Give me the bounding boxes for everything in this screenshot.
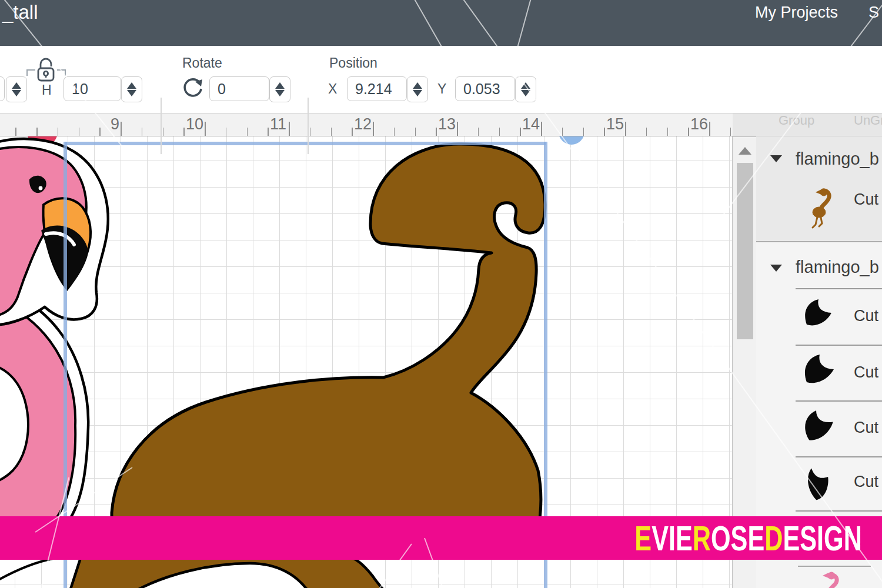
position-y-input[interactable] — [455, 76, 515, 101]
layer-cut-label[interactable]: Cut — [854, 419, 878, 437]
ruler-inch-tick — [205, 122, 206, 136]
toolbar-divider — [161, 98, 162, 154]
brand-banner: EVIEROSEDESIGN — [0, 516, 882, 560]
layers-panel: Layers Group — [756, 46, 882, 588]
row-divider — [796, 345, 882, 346]
scroll-up-arrow-icon[interactable] — [739, 147, 751, 155]
aspect-lock-icon[interactable] — [35, 56, 57, 82]
beak-shape-icon[interactable] — [803, 354, 844, 390]
ruler-tick — [436, 128, 437, 136]
blue-handle-disc[interactable] — [559, 136, 584, 145]
ruler-tick — [163, 128, 164, 136]
pink-flamingo-clipart[interactable] — [0, 139, 108, 581]
ruler-tick — [247, 128, 248, 136]
ruler-inch-tick — [625, 122, 626, 136]
ruler-tick — [268, 128, 269, 136]
app-window: 910111213141516 Layers Group — [0, 0, 882, 588]
ruler-inch-tick — [289, 122, 290, 136]
toolbar-divider — [308, 98, 309, 154]
ruler-inch-tick — [373, 122, 374, 136]
layer-group-2-name[interactable]: flamingo_b — [796, 258, 882, 277]
height-label: H — [42, 82, 52, 98]
brand-watermark: EVIEROSEDESIGN — [634, 517, 862, 559]
ruler-number: 16 — [690, 115, 708, 133]
ungroup-button[interactable]: UnGr — [854, 113, 882, 128]
position-y-stepper[interactable] — [515, 76, 536, 102]
position-label: Position — [329, 55, 377, 71]
ruler-inch-tick — [541, 122, 542, 136]
ruler-inch-tick — [709, 122, 710, 136]
ruler-tick — [310, 128, 311, 136]
brand-segment: ESIGN — [783, 518, 862, 559]
ruler-tick — [604, 128, 605, 136]
beak-shape-icon[interactable] — [803, 299, 844, 333]
lock-bracket-right — [57, 69, 66, 76]
row-divider — [796, 456, 882, 457]
row-divider — [796, 510, 882, 512]
ruler-tick — [58, 128, 59, 136]
ruler-tick — [331, 128, 332, 136]
ruler-tick — [183, 128, 185, 136]
collapse-triangle-icon[interactable] — [770, 265, 782, 272]
group-button[interactable]: Group — [779, 113, 814, 128]
layer-cut-label[interactable]: Cut — [854, 473, 878, 491]
ruler-tick — [415, 128, 416, 136]
ruler-tick — [583, 128, 584, 136]
ruler-tick — [499, 128, 500, 136]
ruler-inch-tick — [457, 122, 458, 136]
x-label: X — [328, 81, 337, 97]
save-link-partial[interactable]: S — [868, 4, 879, 22]
ruler-corner — [733, 113, 756, 137]
ruler-tick — [646, 128, 647, 136]
beak-shape-icon[interactable] — [806, 465, 844, 506]
layer-cut-label[interactable]: Cut — [854, 307, 878, 325]
position-x-input[interactable] — [347, 76, 407, 101]
ruler-tick — [394, 128, 395, 136]
y-label: Y — [437, 81, 446, 97]
ruler-number: 9 — [111, 115, 119, 133]
rotate-label: Rotate — [182, 55, 222, 71]
rotate-input[interactable] — [209, 76, 269, 101]
ruler-number: 13 — [438, 115, 456, 133]
height-stepper[interactable] — [121, 76, 142, 102]
ruler-tick — [688, 128, 689, 136]
beak-shape-icon[interactable] — [803, 409, 844, 447]
ruler-tick — [99, 128, 101, 136]
ruler-tick — [478, 128, 479, 136]
edit-toolbar: H Rotate Position X Y — [0, 46, 882, 113]
ruler: 910111213141516 — [0, 113, 733, 136]
ruler-number: 14 — [522, 115, 540, 133]
brand-segment: D — [764, 518, 783, 559]
lock-bracket-left — [26, 69, 35, 76]
rotate-stepper[interactable] — [269, 76, 290, 102]
ruler-tick — [79, 128, 80, 136]
ruler-tick — [352, 128, 353, 136]
position-x-stepper[interactable] — [407, 76, 428, 102]
scrollbar-thumb[interactable] — [737, 163, 753, 339]
layer-1-cut-label[interactable]: Cut — [854, 191, 878, 209]
ruler-number: 15 — [606, 115, 624, 133]
layer-group-1[interactable]: flamingo_b Cut — [756, 136, 882, 242]
flamingo-eye-highlight — [39, 186, 43, 191]
layer-cut-label[interactable]: Cut — [854, 363, 878, 382]
row-divider — [796, 400, 882, 402]
brand-segment: OSE — [711, 518, 764, 559]
flamingo-brown-icon[interactable] — [809, 187, 835, 232]
width-stepper[interactable] — [6, 76, 27, 102]
collapse-triangle-icon[interactable] — [770, 155, 782, 162]
top-header-bar: _tall My Projects S — [0, 0, 882, 46]
brand-segment: E — [634, 518, 652, 559]
rotate-icon[interactable] — [180, 74, 206, 100]
ruler-tick — [667, 128, 669, 136]
layer-group-1-name[interactable]: flamingo_b — [796, 149, 882, 169]
brand-segment: R — [693, 518, 711, 559]
height-input[interactable] — [64, 76, 121, 101]
width-input-partial[interactable] — [0, 76, 5, 101]
ruler-tick — [520, 128, 521, 136]
ruler-tick — [142, 128, 143, 136]
my-projects-link[interactable]: My Projects — [755, 4, 838, 22]
ruler-tick — [730, 128, 731, 136]
ruler-tick — [226, 128, 227, 136]
flamingo-pink-icon[interactable] — [820, 570, 843, 588]
ruler-inch-tick — [121, 122, 122, 136]
